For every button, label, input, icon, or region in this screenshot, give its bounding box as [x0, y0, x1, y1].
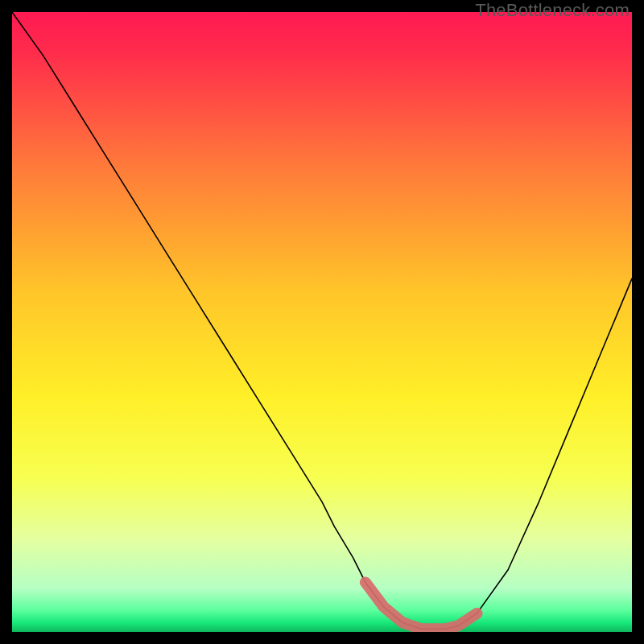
- plot-area: [12, 12, 632, 632]
- gradient-background: [12, 12, 632, 632]
- chart-frame: TheBottleneck.com: [0, 0, 644, 644]
- chart-svg: [12, 12, 632, 632]
- watermark-text: TheBottleneck.com: [475, 0, 630, 21]
